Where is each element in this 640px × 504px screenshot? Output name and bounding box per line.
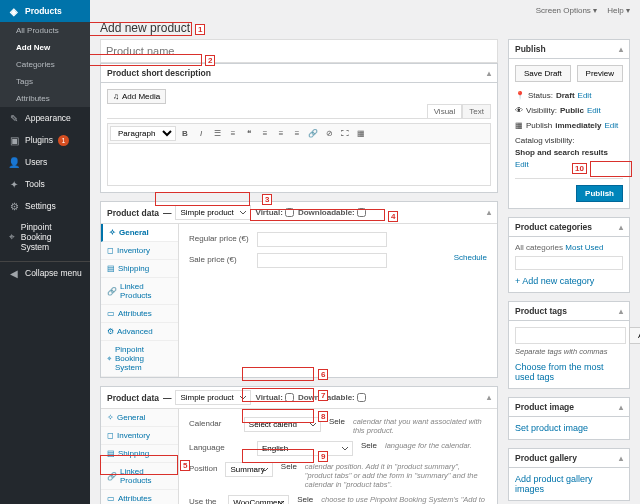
product-data-box-2: Product data — Simple product Virtual: D… (100, 386, 498, 504)
select-hint: Sele (361, 441, 377, 450)
save-draft-button[interactable]: Save Draft (515, 65, 571, 82)
toggle-icon[interactable]: ▴ (487, 393, 491, 402)
media-icon: ♫ (113, 92, 119, 101)
publish-edit-link[interactable]: Edit (605, 121, 619, 130)
add-tag-button[interactable]: Add (629, 327, 640, 344)
pd-tab-attributes[interactable]: ▭Attributes (101, 305, 178, 323)
sidebar-sub-all-products[interactable]: All Products (0, 22, 90, 39)
pd-tab-linked[interactable]: 🔗Linked Products (101, 278, 178, 305)
catalog-edit-link[interactable]: Edit (515, 160, 529, 169)
add-media-button[interactable]: ♫Add Media (107, 89, 166, 104)
toggle-icon[interactable]: ▴ (487, 208, 491, 217)
position-label: Position (189, 462, 217, 473)
sidebar-collapse[interactable]: ◀Collapse menu (0, 261, 90, 284)
sidebar-sub-add-new[interactable]: Add New (0, 39, 90, 56)
sidebar-item-tools[interactable]: ✦Tools (0, 173, 90, 195)
align-left-icon[interactable]: ≡ (258, 127, 272, 141)
link-icon: 🔗 (107, 472, 117, 481)
pd-tab-attributes[interactable]: ▭Attributes (101, 490, 178, 504)
virtual-checkbox[interactable]: Virtual: (255, 208, 293, 217)
product-title-input[interactable] (100, 39, 498, 63)
calendar-select[interactable]: Select calend (244, 417, 321, 432)
sidebar-item-products[interactable]: ◈Products (0, 0, 90, 22)
virtual-checkbox[interactable]: Virtual: (255, 393, 293, 402)
sidebar-sub-tags[interactable]: Tags (0, 73, 90, 90)
pin-icon: 📍 (515, 91, 525, 100)
pd-tab-general[interactable]: ✧General (101, 224, 178, 242)
add-category-link[interactable]: + Add new category (515, 276, 594, 286)
visibility-edit-link[interactable]: Edit (587, 106, 601, 115)
downloadable-checkbox[interactable]: Downloadable: (298, 208, 366, 217)
pd-tab-advanced[interactable]: ⚙Advanced (101, 323, 178, 341)
categories-title: Product categories (515, 222, 592, 232)
tags-input[interactable] (515, 327, 626, 344)
link-icon[interactable]: 🔗 (306, 127, 320, 141)
most-used-tab[interactable]: Most Used (565, 243, 603, 252)
unlink-icon[interactable]: ⊘ (322, 127, 336, 141)
sidebar-item-settings[interactable]: ⚙Settings (0, 195, 90, 217)
tab-text[interactable]: Text (462, 104, 491, 118)
editor-area[interactable] (107, 144, 491, 186)
all-categories-tab[interactable]: All categories (515, 243, 563, 252)
sidebar-sub-attributes[interactable]: Attributes (0, 90, 90, 107)
add-button-select[interactable]: WooCommerc (228, 495, 289, 504)
pd-tab-shipping[interactable]: ▤Shipping (101, 260, 178, 278)
sidebar-item-users[interactable]: 👤Users (0, 151, 90, 173)
pd-tab-inventory[interactable]: ◻Inventory (101, 242, 178, 260)
pd-tab-pinpoint[interactable]: ⌖Pinpoint Booking System (101, 341, 178, 377)
fullscreen-icon[interactable]: ⛶ (338, 127, 352, 141)
quote-icon[interactable]: ❝ (242, 127, 256, 141)
list-ol-icon[interactable]: ≡ (226, 127, 240, 141)
editor-toolbar: Paragraph B I ☰ ≡ ❝ ≡ ≡ ≡ 🔗 ⊘ ⛶ (107, 123, 491, 144)
language-desc: language for the calendar. (385, 441, 472, 450)
select-hint: Sele (329, 417, 345, 426)
sidebar-item-appearance[interactable]: ✎Appearance (0, 107, 90, 129)
more-icon[interactable]: ▦ (354, 127, 368, 141)
schedule-link[interactable]: Schedule (454, 253, 487, 262)
toggle-icon[interactable]: ▴ (619, 454, 623, 463)
toggle-icon[interactable]: ▴ (619, 307, 623, 316)
pd-tab-general[interactable]: ✧General (101, 409, 178, 427)
screen-options-link[interactable]: Screen Options ▾ (536, 6, 597, 15)
language-label: Language (189, 441, 249, 452)
product-type-select[interactable]: Simple product (175, 390, 251, 405)
toggle-icon[interactable]: ▴ (619, 403, 623, 412)
eye-icon: 👁 (515, 106, 523, 115)
list-ul-icon[interactable]: ☰ (210, 127, 224, 141)
preview-button[interactable]: Preview (577, 65, 623, 82)
calendar-icon: ⌖ (107, 354, 112, 364)
choose-tags-link[interactable]: Choose from the most used tags (515, 362, 604, 382)
pd-tab-shipping[interactable]: ▤Shipping (101, 445, 178, 463)
italic-icon[interactable]: I (194, 127, 208, 141)
set-product-image-link[interactable]: Set product image (515, 423, 588, 433)
categories-list[interactable] (515, 256, 623, 270)
downloadable-checkbox[interactable]: Downloadable: (298, 393, 366, 402)
product-type-select[interactable]: Simple product (175, 205, 251, 220)
toggle-icon[interactable]: ▴ (487, 69, 491, 78)
paragraph-select[interactable]: Paragraph (110, 126, 176, 141)
bold-icon[interactable]: B (178, 127, 192, 141)
align-center-icon[interactable]: ≡ (274, 127, 288, 141)
box-icon: ◻ (107, 431, 114, 440)
language-select[interactable]: English (257, 441, 353, 456)
toggle-icon[interactable]: ▴ (619, 45, 623, 54)
toggle-icon[interactable]: ▴ (619, 223, 623, 232)
pd-tab-inventory[interactable]: ◻Inventory (101, 427, 178, 445)
tab-visual[interactable]: Visual (427, 104, 463, 118)
status-edit-link[interactable]: Edit (578, 91, 592, 100)
regular-price-input[interactable] (257, 232, 387, 247)
publish-box: Publish▴ Save Draft Preview 📍Status: Dra… (508, 39, 630, 209)
help-link[interactable]: Help ▾ (607, 6, 630, 15)
align-right-icon[interactable]: ≡ (290, 127, 304, 141)
truck-icon: ▤ (107, 449, 115, 458)
sidebar-item-plugins[interactable]: ▣Plugins1 (0, 129, 90, 151)
pd-tab-linked[interactable]: 🔗Linked Products (101, 463, 178, 490)
sale-price-input[interactable] (257, 253, 387, 268)
plug-icon: ▣ (8, 134, 20, 146)
sidebar-sub-categories[interactable]: Categories (0, 56, 90, 73)
page-title: Add new product (100, 21, 630, 35)
position-select[interactable]: Summary (225, 462, 272, 477)
publish-button[interactable]: Publish (576, 185, 623, 202)
sidebar-item-pinpoint[interactable]: ⌖Pinpoint Booking System (0, 217, 90, 257)
add-gallery-link[interactable]: Add product gallery images (515, 474, 593, 494)
